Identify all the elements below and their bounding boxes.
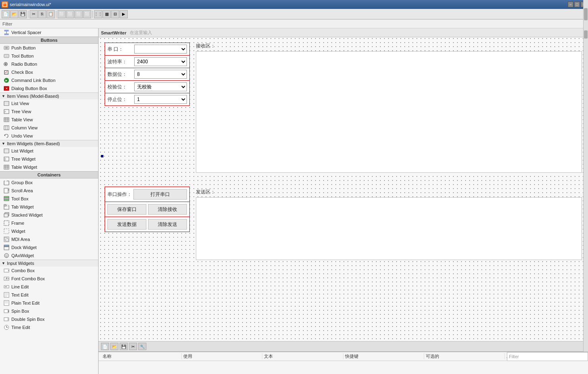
tb-align-left[interactable]: ⬜ <box>58 10 66 18</box>
dialog-button-icon: ✕ <box>3 85 10 92</box>
tb-save[interactable]: 💾 <box>19 10 27 18</box>
bt-btn-save[interactable]: 💾 <box>120 343 128 350</box>
canvas-vscroll-thumb[interactable] <box>584 30 588 39</box>
sidebar-item-mdi-area[interactable]: MDI Area <box>0 235 98 243</box>
sidebar-item-stacked-widget[interactable]: Stacked Widget <box>0 211 98 219</box>
sidebar-item-dialog-button[interactable]: ✕ Dialog Button Box <box>0 84 98 92</box>
sidebar-item-combo-box[interactable]: Combo Box <box>0 267 98 275</box>
tb-cut[interactable]: ✂ <box>30 10 38 18</box>
tb-layout[interactable]: ▦ <box>103 10 111 18</box>
sidebar-item-command-link[interactable]: ► Command Link Button <box>0 76 98 84</box>
svg-marker-31 <box>4 134 5 136</box>
sidebar-item-spin-box[interactable]: ▲▼ Spin Box <box>0 307 98 315</box>
tb-new[interactable]: 📄 <box>2 10 10 18</box>
svg-rect-32 <box>4 149 9 153</box>
sw-placeholder[interactable]: 在这里输入 <box>130 30 152 36</box>
data-bits-select[interactable]: 8 7 6 5 <box>134 70 187 79</box>
props-filter-input[interactable]: Filter <box>507 352 588 361</box>
sidebar-item-table-view[interactable]: Table View <box>0 116 98 124</box>
sidebar-item-time-edit[interactable]: Time Edit <box>0 323 98 331</box>
handle-ml[interactable] <box>101 155 103 157</box>
sidebar-item-double-spin-box[interactable]: Double Spin Box <box>0 315 98 323</box>
svg-text:▼: ▼ <box>8 311 9 313</box>
tb-align-bottom[interactable]: ⬜ <box>83 10 91 18</box>
sidebar-item-undo-view[interactable]: Undo View <box>0 132 98 140</box>
sidebar-item-tab-widget[interactable]: Tab Widget <box>0 203 98 211</box>
tree-widget-label: Tree Widget <box>11 157 36 161</box>
item-widgets-arrow: ▼ <box>2 142 5 146</box>
section-item-widgets[interactable]: ▼ Item Widgets (Item-Based) <box>0 140 98 147</box>
section-item-views[interactable]: ▼ Item Views (Model-Based) <box>0 92 98 99</box>
sidebar-item-group-box[interactable]: ── Group Box <box>0 178 98 187</box>
sidebar-item-column-view[interactable]: Column View <box>0 124 98 132</box>
font-combo-box-label: Font Combo Box <box>11 276 45 281</box>
sidebar-item-tool-button[interactable]: ··· Tool Button <box>0 52 98 60</box>
app-icon <box>2 1 8 8</box>
op-row-save: 保存窗口 清除接收 <box>105 202 189 217</box>
send-textarea[interactable] <box>196 197 582 260</box>
sidebar-item-tree-view[interactable]: Tree View <box>0 107 98 116</box>
col-name: 名称 <box>101 353 182 359</box>
sidebar-item-list-widget[interactable]: List Widget <box>0 147 98 155</box>
sidebar-item-tree-widget[interactable]: Tree Widget <box>0 155 98 163</box>
tb-paste[interactable]: 📋 <box>47 10 55 18</box>
sidebar-item-line-edit[interactable]: Line Edit <box>0 283 98 291</box>
tb-preview[interactable]: ▶ <box>120 10 128 18</box>
tb-align-top[interactable]: ⬜ <box>75 10 83 18</box>
tb-open[interactable]: 📂 <box>10 10 18 18</box>
port-select[interactable] <box>134 45 187 54</box>
svg-rect-49 <box>8 189 9 191</box>
column-view-icon <box>3 125 10 131</box>
section-input-widgets[interactable]: ▼ Input Widgets <box>0 260 98 267</box>
sidebar-item-font-combo-box[interactable]: A Font Combo Box <box>0 275 98 283</box>
svg-rect-57 <box>4 214 8 217</box>
time-edit-label: Time Edit <box>11 325 30 330</box>
stop-bits-select[interactable]: 1 1.5 2 <box>134 95 187 104</box>
svg-rect-87 <box>8 318 9 319</box>
frame-label: Frame <box>11 221 24 226</box>
tb-align-right[interactable]: ⬜ <box>66 10 74 18</box>
tb-copy[interactable]: ⎘ <box>38 10 46 18</box>
col-shortcut: 快捷键 <box>343 353 424 359</box>
dock-widget-icon <box>3 244 10 251</box>
sidebar-item-dock-widget[interactable]: Dock Widget <box>0 243 98 251</box>
svg-text:✕: ✕ <box>5 87 8 90</box>
sep1 <box>28 11 28 18</box>
sidebar-item-widget[interactable]: Widget <box>0 227 98 235</box>
maximize-button[interactable]: □ <box>574 2 580 7</box>
open-port-button[interactable]: 打开串口 <box>133 189 187 200</box>
svg-text:──: ── <box>5 180 8 182</box>
clear-recv-button[interactable]: 清除接收 <box>148 204 187 215</box>
sidebar-item-text-edit[interactable]: Text Edit <box>0 291 98 299</box>
minimize-button[interactable]: − <box>568 2 573 7</box>
send-data-button[interactable]: 发送数据 <box>107 219 146 230</box>
bt-btn-tool[interactable]: 🔧 <box>138 343 146 350</box>
bt-btn-cut[interactable]: ✂ <box>129 343 137 350</box>
sidebar-item-check-box[interactable]: ✓ Check Box <box>0 68 98 76</box>
sidebar-item-list-view[interactable]: List View <box>0 99 98 107</box>
canvas-vscroll[interactable] <box>583 28 588 352</box>
sidebar-item-push-button[interactable]: OK Push Button <box>0 44 98 52</box>
sidebar-item-qax-widget[interactable]: Q QAxWidget <box>0 251 98 260</box>
line-edit-icon <box>3 284 10 290</box>
svg-rect-47 <box>4 188 8 193</box>
sidebar-item-frame[interactable]: Frame <box>0 219 98 227</box>
save-window-button[interactable]: 保存窗口 <box>107 204 146 215</box>
svg-rect-52 <box>4 199 9 201</box>
recv-textarea[interactable] <box>196 51 582 173</box>
sidebar-item-vertical-spacer[interactable]: Vertical Spacer <box>0 28 98 37</box>
bt-btn-open[interactable]: 📂 <box>110 343 118 350</box>
sidebar-item-tool-box[interactable]: Tool Box <box>0 195 98 203</box>
serial-config-panel: 串 口： 波特率： 2400 9600 19200 115200 数据位： 8 <box>105 43 190 106</box>
sidebar-item-table-widget[interactable]: Table Widget <box>0 163 98 171</box>
sidebar-item-scroll-area[interactable]: Scroll Area <box>0 187 98 195</box>
tb-break[interactable]: ⊟ <box>111 10 119 18</box>
sidebar-item-plain-text-edit[interactable]: Plain Text Edit <box>0 299 98 307</box>
parity-select[interactable]: 无校验 奇校验 偶校验 <box>134 82 187 91</box>
clear-send-button[interactable]: 清除发送 <box>148 219 187 230</box>
sidebar-item-radio-button[interactable]: Radio Button <box>0 60 98 68</box>
svg-text:OK: OK <box>5 47 8 49</box>
baud-select[interactable]: 2400 9600 19200 115200 <box>134 57 187 66</box>
tb-grid[interactable]: ⋮⋮ <box>94 10 102 18</box>
bt-btn-new[interactable]: 📄 <box>101 343 109 350</box>
